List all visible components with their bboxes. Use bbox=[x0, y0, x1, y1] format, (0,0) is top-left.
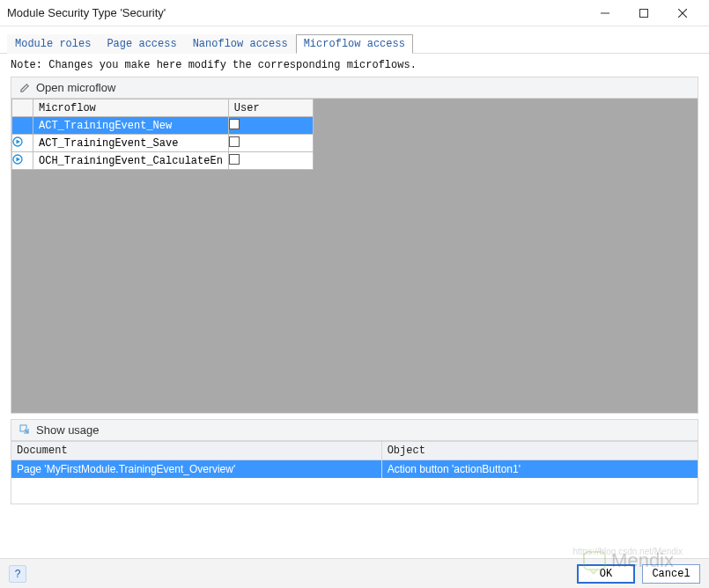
row-icon-cell bbox=[12, 117, 33, 135]
microflow-name: OCH_TrainingEvent_CalculateEn bbox=[33, 152, 229, 170]
play-icon bbox=[12, 156, 23, 168]
pencil-icon bbox=[18, 82, 31, 94]
col-icon-header[interactable] bbox=[12, 99, 33, 117]
minimize-button[interactable] bbox=[586, 1, 624, 26]
help-button[interactable]: ? bbox=[9, 565, 26, 583]
microflow-name: ACT_TrainingEvent_Save bbox=[33, 135, 229, 152]
user-checkbox-cell[interactable] bbox=[228, 135, 313, 152]
ok-button[interactable]: OK bbox=[577, 564, 635, 584]
table-row[interactable]: ACT_TrainingEvent_Save bbox=[12, 135, 314, 152]
col-object-header[interactable]: Object bbox=[382, 442, 698, 459]
col-document-header[interactable]: Document bbox=[11, 442, 382, 459]
table-row[interactable]: ACT_TrainingEvent_New bbox=[12, 117, 314, 135]
show-usage-title: Show usage bbox=[36, 423, 100, 437]
usage-doc-cell: Page 'MyFirstModule.TrainingEvent_Overvi… bbox=[11, 460, 382, 478]
usage-table-body: Page 'MyFirstModule.TrainingEvent_Overvi… bbox=[11, 460, 698, 504]
usage-table-header: Document Object bbox=[11, 441, 698, 460]
cancel-button[interactable]: Cancel bbox=[642, 564, 700, 584]
window-title: Module Security Type 'Security' bbox=[7, 6, 586, 19]
watermark-url: https://blog.csdn.net/Mendix bbox=[572, 547, 683, 556]
open-microflow-title: Open microflow bbox=[36, 81, 115, 94]
close-button[interactable] bbox=[663, 1, 702, 26]
tab-module-roles[interactable]: Module roles bbox=[7, 34, 99, 54]
open-microflow-header[interactable]: Open microflow bbox=[11, 77, 698, 99]
titlebar: Module Security Type 'Security' bbox=[0, 0, 709, 26]
svg-marker-5 bbox=[17, 139, 21, 143]
row-icon-cell bbox=[12, 135, 33, 152]
microflow-name: ACT_TrainingEvent_New bbox=[33, 117, 229, 135]
tab-microflow-access[interactable]: Microflow access bbox=[296, 34, 413, 54]
tab-page-access[interactable]: Page access bbox=[99, 34, 184, 54]
play-icon bbox=[12, 138, 23, 151]
tab-nanoflow-access[interactable]: Nanoflow access bbox=[185, 34, 296, 54]
dialog-footer: ? OK Cancel bbox=[0, 558, 709, 588]
tab-bar: Module roles Page access Nanoflow access… bbox=[0, 26, 709, 53]
note-text: Note: Changes you make here modify the c… bbox=[0, 53, 709, 77]
svg-rect-1 bbox=[640, 9, 648, 17]
table-row[interactable]: OCH_TrainingEvent_CalculateEn bbox=[12, 152, 314, 170]
checkbox-icon[interactable] bbox=[229, 136, 240, 147]
usage-row[interactable]: Page 'MyFirstModule.TrainingEvent_Overvi… bbox=[11, 460, 698, 478]
checkbox-icon[interactable] bbox=[229, 154, 240, 165]
row-icon-cell bbox=[12, 152, 33, 170]
show-usage-header[interactable]: Show usage bbox=[11, 419, 698, 441]
arrow-icon bbox=[18, 424, 31, 437]
usage-obj-cell: Action button 'actionButton1' bbox=[382, 460, 698, 478]
maximize-button[interactable] bbox=[624, 1, 663, 26]
svg-marker-7 bbox=[17, 157, 21, 161]
microflow-grid-area: Microflow User ACT_TrainingEvent_New ACT… bbox=[11, 99, 698, 414]
user-checkbox-cell[interactable] bbox=[228, 117, 313, 135]
checkbox-icon[interactable] bbox=[229, 119, 240, 129]
microflow-table: Microflow User ACT_TrainingEvent_New ACT… bbox=[11, 99, 314, 170]
col-microflow-header[interactable]: Microflow bbox=[33, 99, 229, 117]
col-user-header[interactable]: User bbox=[228, 99, 313, 117]
table-header-row: Microflow User bbox=[12, 99, 314, 117]
user-checkbox-cell[interactable] bbox=[228, 152, 313, 170]
